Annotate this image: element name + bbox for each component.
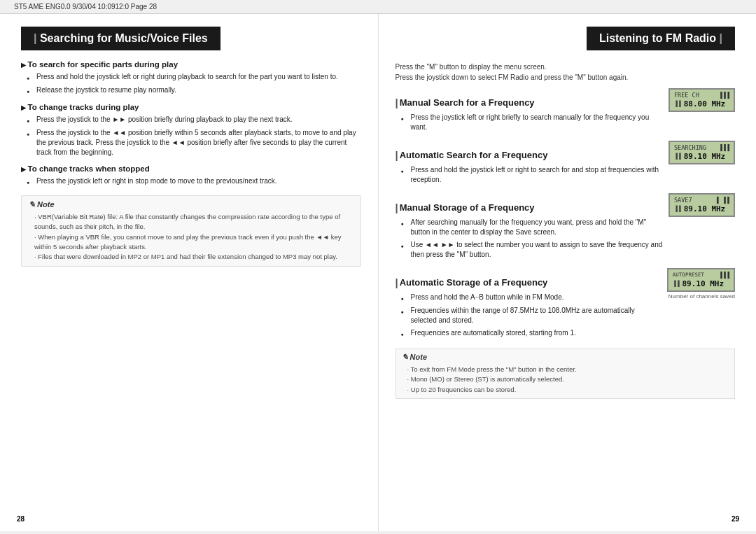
fm-display-box: SAVE7 ▐ ▐▐ ▐▐ 89.10 MHz [668,193,735,217]
display-row2: ▐▐ 88.00 MHz [674,99,729,108]
section-change-tracks-stopped-title: To change tracks when stopped [21,164,361,173]
automatic-search-content: Automatic Search for a Frequency Press a… [396,141,664,188]
manual-storage-content: Manual Storage of a Frequency After sear… [396,193,664,262]
automatic-storage-title: Automatic Storage of a Frequency [396,276,662,288]
left-note-title: Note [29,200,354,209]
left-page-title: Searching for Music/Voice Files [21,27,220,50]
right-note-item: · Up to 20 frequencies can be stored. [402,385,729,395]
display-label: FREE CH [674,92,699,99]
display-row1: SAVE7 ▐ ▐▐ [674,197,729,204]
bullet-text: Press the joystick left or right briefly… [411,113,664,132]
manual-storage-section: Manual Storage of a Frequency After sear… [396,193,736,262]
manual-storage-title: Manual Storage of a Frequency [396,202,664,213]
list-item: Press the joystick left or right in stop… [21,176,361,187]
list-item: After searching manually for the frequen… [396,218,664,237]
manual-search-content: Manual Search for a Frequency Press the … [396,88,664,135]
bullet-text: Release the joystick to resume play norm… [36,85,176,95]
list-item: Press the joystick to the ◄◄ position br… [21,128,361,157]
bullet-text: Press the joystick left or right in stop… [36,176,277,186]
fm-display-box: SEARCHING ▐▐▐ ▐▐ 89.10 MHz [668,141,735,164]
display-icon: ▐▐ [674,153,681,160]
right-note-title: Note [402,353,729,362]
fm-display-box: FREE CH ▐▐▐ ▐▐ 88.00 MHz [668,88,735,112]
left-note-section: Note · VBR(Variable Bit Rate) file: A fi… [21,195,361,267]
bullet-text: Press and hold the joystick left or righ… [411,165,664,185]
display-row2: ▐▐ 89.10 MHz [673,279,729,288]
manual-search-display: FREE CH ▐▐▐ ▐▐ 88.00 MHz [668,88,735,112]
main-content: Searching for Music/Voice Files To searc… [0,14,756,531]
intro-line-1: Press the "M" button to display the menu… [396,62,736,72]
display-label: SEARCHING [674,144,706,151]
bullet-icon [27,115,34,125]
bullet-text: Frequencies are automatically stored, st… [411,328,576,338]
bullet-text: Frequencies within the range of 87.5MHz … [411,306,662,325]
bullet-text: After searching manually for the frequen… [411,218,664,237]
automatic-search-display: SEARCHING ▐▐▐ ▐▐ 89.10 MHz [668,141,735,164]
bullet-icon [401,307,408,316]
bullet-icon [401,166,408,176]
channels-note: Number of channels saved [668,293,735,300]
list-item: Press and hold the A··B button while in … [396,293,662,303]
list-item: Frequencies within the range of 87.5MHz … [396,306,662,325]
display-row2: ▐▐ 89.10 MHz [674,204,729,213]
bullet-text: Press and hold the A··B button while in … [411,293,564,302]
bullet-text: Press the joystick to the ◄◄ position br… [36,128,361,157]
display-icon: ▐▐ [673,281,680,287]
bullet-icon [27,86,34,96]
bullet-icon [27,129,34,139]
left-note-item: · When playing a VBR file, you cannot mo… [29,232,354,253]
bullet-text: Use ◄◄ ►► to select the number you want … [411,240,664,260]
display-bars: ▐▐▐ [719,272,729,279]
display-bars: ▐▐▐ [719,92,729,99]
list-item: Frequencies are automatically stored, st… [396,328,662,339]
bullet-icon [401,218,408,228]
list-item: Release the joystick to resume play norm… [21,85,361,96]
automatic-search-section: Automatic Search for a Frequency Press a… [396,141,736,188]
list-item: Press and hold the joystick left or righ… [396,165,664,185]
manual-storage-display: SAVE7 ▐ ▐▐ ▐▐ 89.10 MHz [668,193,735,217]
right-note-section: Note · To exit from FM Mode press the "M… [396,349,736,399]
section-change-tracks-play-title: To change tracks during play [21,103,361,111]
bullet-icon [27,177,34,187]
display-label: SAVE7 [674,197,692,204]
left-page-number: 28 [17,515,24,523]
fm-display-box: AUTOPRESET ▐▐▐ ▐▐ 89.10 MHz [667,268,735,292]
list-item: Press the joystick to the ►► position br… [21,115,361,125]
display-row1: AUTOPRESET ▐▐▐ [673,272,729,279]
display-row1: SEARCHING ▐▐▐ [674,144,729,151]
page-wrapper: ST5 AME ENG0.0 9/30/04 10:0912:0 Page 28… [0,0,756,534]
display-row2: ▐▐ 89.10 MHz [674,152,729,161]
display-freq: 89.10 MHz [684,152,726,161]
right-page-title: Listening to FM Radio [587,27,735,50]
bullet-icon [401,329,408,339]
bullet-icon [401,241,408,251]
list-item: Press the joystick left or right briefly… [396,113,664,132]
automatic-search-title: Automatic Search for a Frequency [396,149,664,161]
top-meta: ST5 AME ENG0.0 9/30/04 10:0912:0 Page 28 [0,0,756,14]
left-note-item: · VBR(Variable Bit Rate) file: A file th… [29,212,354,232]
intro-line-2: Press the joystick down to select FM Rad… [396,72,736,83]
right-intro: Press the "M" button to display the menu… [396,62,736,83]
list-item: Press and hold the joystick left or righ… [21,72,361,83]
right-page: Listening to FM Radio Press the "M" butt… [379,14,757,531]
display-freq: 89.10 MHz [684,204,726,213]
left-page: Searching for Music/Voice Files To searc… [0,14,379,531]
right-note-item: · To exit from FM Mode press the "M" but… [402,365,729,374]
list-item: Use ◄◄ ►► to select the number you want … [396,240,664,260]
bullet-text: Press and hold the joystick left or righ… [36,72,338,82]
display-row1: FREE CH ▐▐▐ [674,92,729,99]
automatic-storage-section: Automatic Storage of a Frequency Press a… [396,268,736,342]
section-search-specific-title: To search for specific parts during play [21,60,361,69]
display-label: AUTOPRESET [673,272,704,279]
left-note-item: · Files that were downloaded in MP2 or M… [29,252,354,262]
display-bars: ▐▐▐ [719,144,729,151]
meta-text: ST5 AME ENG0.0 9/30/04 10:0912:0 Page 28 [14,3,157,10]
manual-search-title: Manual Search for a Frequency [396,97,664,108]
bullet-icon [401,113,408,123]
display-bars: ▐ ▐▐ [715,197,729,204]
display-freq: 88.00 MHz [684,99,726,108]
display-icon: ▐▐ [674,101,681,107]
bullet-icon [401,293,408,303]
bullet-text: Press the joystick to the ►► position br… [36,115,293,125]
right-page-number: 29 [732,515,739,523]
